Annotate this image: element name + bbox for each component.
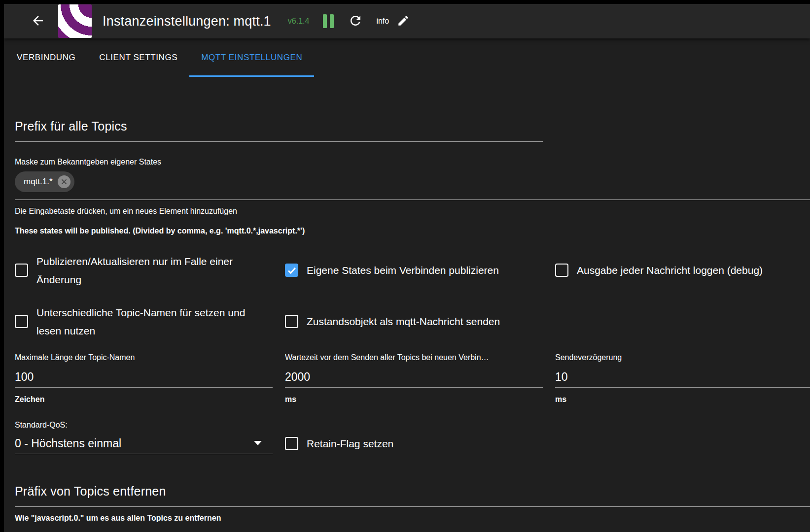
close-icon [61, 178, 68, 185]
publish-hint: These states will be published. (Divided… [15, 226, 810, 236]
edit-button[interactable] [396, 14, 411, 29]
checkbox-label: Zustandsobjekt als mqtt-Nachricht senden [307, 312, 500, 331]
checkbox-label: Unterschiedliche Topic-Namen für setzen … [36, 303, 273, 340]
qos-selected-value: 0 - Höchstens einmal [15, 436, 121, 451]
field-label: Wartezeit vor dem Senden aller Topics be… [285, 353, 543, 363]
checkbox [555, 264, 568, 277]
send-wait-input[interactable]: 2000 [285, 369, 543, 384]
settings-tabs: VERBINDUNG CLIENT SETTINGS MQTT EINSTELL… [4, 38, 810, 77]
checkbox-retain-flag[interactable]: Retain-Flag setzen [285, 434, 543, 453]
input-underline [555, 387, 810, 388]
tab-panel-mqtt-einstellungen: Prefix für alle Topics Maske zum Bekannt… [4, 119, 810, 523]
chevron-down-icon [254, 441, 262, 445]
checkbox-different-topic-names[interactable]: Unterschiedliche Topic-Namen für setzen … [15, 303, 273, 340]
back-button[interactable] [30, 13, 46, 30]
qos-row: Standard-QoS: 0 - Höchstens einmal Retai… [15, 420, 810, 454]
adapter-version: v6.1.4 [288, 17, 310, 26]
checkbox-label: Eigene States beim Verbinden publizieren [307, 261, 499, 279]
mqtt-adapter-logo [58, 4, 92, 38]
options-checkbox-grid: Publizieren/Aktualisieren nur im Falle e… [15, 252, 810, 340]
pause-icon [323, 14, 334, 28]
checkbox-label: Ausgabe jeder Nachricht loggen (debug) [577, 261, 763, 279]
checkbox [285, 315, 298, 328]
enter-key-hint: Die Eingabetaste drücken, um ein neues E… [15, 206, 810, 216]
instance-settings-dialog: Instanzeinstellungen: mqtt.1 v6.1.4 info… [4, 4, 810, 532]
state-mask-chip-label: mqtt.1.* [24, 177, 53, 187]
checkbox [15, 264, 28, 277]
field-label: Maximale Länge der Topic-Namen [15, 353, 273, 363]
section-heading-prefix: Prefix für alle Topics [15, 119, 810, 133]
checkbox-publish-on-change[interactable]: Publizieren/Aktualisieren nur im Falle e… [15, 252, 273, 289]
section-divider [15, 506, 810, 507]
chip-delete-button[interactable] [58, 175, 70, 188]
field-label: Sendeverzögerung [555, 353, 810, 363]
checkbox-publish-own-states-on-connect[interactable]: Eigene States beim Verbinden publizieren [285, 252, 543, 289]
tab-verbindung[interactable]: VERBINDUNG [5, 38, 87, 77]
section-heading-remove-prefix: Präfix von Topics entfernen [15, 484, 810, 498]
checkbox-debug-log[interactable]: Ausgabe jeder Nachricht loggen (debug) [555, 252, 810, 289]
page-title: Instanzeinstellungen: mqtt.1 [103, 14, 271, 29]
send-delay-input[interactable]: 10 [555, 369, 810, 384]
app-bar: Instanzeinstellungen: mqtt.1 v6.1.4 info [4, 4, 810, 38]
checkbox [15, 315, 28, 328]
numeric-fields-grid: Maximale Länge der Topic-Namen 100 Zeich… [15, 353, 810, 404]
pause-instance-button[interactable] [322, 14, 335, 29]
state-mask-chip: mqtt.1.* [15, 171, 74, 192]
checkbox-label: Publizieren/Aktualisieren nur im Falle e… [36, 252, 273, 289]
qos-select[interactable]: 0 - Höchstens einmal [15, 436, 273, 451]
field-max-topic-length: Maximale Länge der Topic-Namen 100 Zeich… [15, 353, 273, 404]
checkbox-label: Retain-Flag setzen [307, 434, 393, 453]
checkbox-state-object-as-mqtt-message[interactable]: Zustandsobjekt als mqtt-Nachricht senden [285, 303, 543, 340]
mask-states-input-underline [15, 200, 810, 200]
check-icon [286, 265, 297, 276]
input-underline [285, 387, 543, 388]
field-helper: ms [555, 395, 810, 404]
mask-states-input[interactable]: mqtt.1.* [15, 171, 810, 192]
restart-instance-button[interactable] [348, 13, 363, 29]
field-standard-qos: Standard-QoS: 0 - Höchstens einmal [15, 420, 273, 454]
field-send-wait-on-connect: Wartezeit vor dem Senden aller Topics be… [285, 353, 543, 404]
check-icon [16, 265, 27, 276]
section-divider [15, 141, 543, 142]
edit-pencil-icon [397, 14, 410, 29]
back-arrow-icon [31, 13, 45, 30]
select-underline [15, 454, 273, 454]
check-icon [286, 316, 297, 327]
check-icon [557, 265, 567, 276]
field-send-delay: Sendeverzögerung 10 ms [555, 353, 810, 404]
refresh-icon [348, 13, 363, 30]
checkbox [285, 437, 298, 450]
input-underline [15, 387, 273, 388]
qos-label: Standard-QoS: [15, 420, 273, 430]
check-icon [16, 316, 27, 327]
log-level-badge: info [376, 17, 389, 26]
tab-mqtt-einstellungen[interactable]: MQTT EINSTELLUNGEN [189, 38, 314, 77]
field-helper: ms [285, 395, 543, 404]
mask-states-label: Maske zum Bekanntgeben eigener States [15, 157, 810, 167]
checkbox [285, 264, 298, 277]
retain-flag-wrap: Retain-Flag setzen [285, 434, 543, 454]
check-icon [286, 438, 297, 449]
remove-prefix-hint: Wie "javascript.0." um es aus allen Topi… [15, 513, 810, 523]
field-helper: Zeichen [15, 395, 273, 404]
max-topic-length-input[interactable]: 100 [15, 369, 273, 384]
tab-client-settings[interactable]: CLIENT SETTINGS [87, 38, 189, 77]
